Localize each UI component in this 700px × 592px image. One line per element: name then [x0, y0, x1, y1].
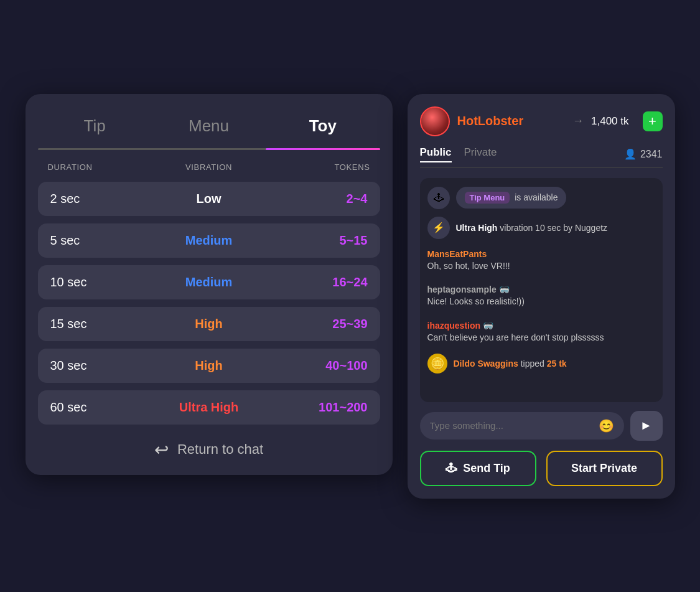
toy-row-5[interactable]: 30 sec High 40~100: [38, 349, 380, 383]
row-5-tokens: 40~100: [262, 359, 368, 373]
toy-row-1[interactable]: 2 sec Low 2~4: [38, 182, 380, 216]
messages-area: 🕹 Tip Menu is available ⚡ Ultra High vib…: [420, 178, 663, 402]
row-4-duration: 15 sec: [50, 317, 156, 331]
vibration-label: vibration: [500, 223, 535, 233]
chat-message-1: MansEatPants Oh, so hot, love VR!!!: [427, 247, 655, 275]
col-tokens-header: TOKENS: [263, 162, 370, 172]
tab-bar: Tip Menu Toy: [38, 109, 380, 143]
row-6-tokens: 101~200: [262, 400, 368, 415]
toy-row-2[interactable]: 5 sec Medium 5~15: [38, 223, 380, 258]
vibration-level: Ultra High: [456, 223, 498, 233]
row-1-duration: 2 sec: [50, 192, 156, 206]
chat-message-2: heptagonsample 🥽 Nice! Looks so realisti…: [427, 282, 655, 311]
row-6-duration: 60 sec: [50, 400, 156, 415]
tip-menu-badge: Tip Menu: [465, 192, 510, 204]
row-3-duration: 10 sec: [50, 275, 156, 289]
exit-icon[interactable]: →: [572, 115, 584, 128]
input-area: 😊 ►: [420, 411, 663, 441]
toy-row-6[interactable]: 60 sec Ultra High 101~200: [38, 390, 380, 425]
tab-public[interactable]: Public: [420, 146, 452, 162]
tip-message: 🪙 Dildo Swaggins tipped 25 tk: [427, 354, 655, 374]
chat-text-3: Can't believe you are here don't stop pl…: [427, 332, 655, 344]
chat-header: HotLobster → 1,400 tk +: [420, 106, 663, 136]
row-5-vibration: High: [156, 359, 262, 373]
vibration-message: ⚡ Ultra High vibration 10 sec by Nuggetz: [427, 217, 655, 239]
tip-menu-icon: 🕹: [427, 187, 450, 209]
send-tip-icon: 🕹: [446, 462, 457, 475]
tab-tip[interactable]: Tip: [38, 109, 152, 143]
start-private-label: Start Private: [571, 462, 637, 474]
send-tip-button[interactable]: 🕹 Send Tip: [420, 451, 536, 486]
chat-input[interactable]: [430, 420, 592, 431]
tip-menu-message: 🕹 Tip Menu is available: [427, 187, 655, 209]
row-6-vibration: Ultra High: [156, 400, 262, 415]
chat-tab-bar: Public Private 👤 2341: [420, 146, 663, 168]
row-4-vibration: High: [156, 317, 262, 331]
vibration-icon: ⚡: [427, 217, 450, 239]
chat-text-2: Nice! Looks so realistic!)): [427, 296, 655, 308]
send-message-button[interactable]: ►: [630, 411, 663, 441]
viewer-icon: 👤: [624, 148, 637, 160]
toy-row-3[interactable]: 10 sec Medium 16~24: [38, 265, 380, 299]
chat-username-1: MansEatPants: [427, 249, 655, 259]
chat-message-3: ihazquestion 🥽 Can't believe you are her…: [427, 318, 655, 347]
vibration-duration: 10 sec: [535, 223, 561, 233]
streamer-username: HotLobster: [457, 114, 563, 128]
toy-row-4[interactable]: 15 sec High 25~39: [38, 307, 380, 341]
token-count: 1,400 tk: [591, 115, 629, 128]
add-tokens-button[interactable]: +: [643, 111, 663, 131]
emoji-button[interactable]: 😊: [599, 418, 614, 433]
chat-username-2: heptagonsample 🥽: [427, 284, 655, 294]
right-panel: HotLobster → 1,400 tk + Public Private 👤…: [408, 94, 675, 499]
tab-private[interactable]: Private: [464, 146, 497, 162]
send-tip-label: Send Tip: [463, 462, 510, 475]
left-panel: Tip Menu Toy DURATION VIBRATION TOKENS 2…: [26, 94, 393, 475]
return-to-chat-button[interactable]: ↩ Return to chat: [38, 439, 380, 460]
return-icon: ↩: [154, 439, 169, 460]
col-duration-header: DURATION: [48, 162, 156, 172]
vibration-text: Ultra High vibration 10 sec by Nuggetz: [456, 223, 608, 233]
row-1-tokens: 2~4: [262, 192, 368, 206]
viewer-number: 2341: [640, 149, 663, 160]
column-headers: DURATION VIBRATION TOKENS: [38, 162, 380, 172]
viewer-count: 👤 2341: [624, 148, 663, 160]
coin-icon: 🪙: [427, 354, 447, 374]
tab-menu[interactable]: Menu: [152, 109, 266, 143]
tip-amount: 25 tk: [547, 359, 567, 369]
row-4-tokens: 25~39: [262, 317, 368, 331]
chat-text-1: Oh, so hot, love VR!!!: [427, 260, 655, 273]
row-2-vibration: Medium: [156, 233, 262, 248]
chat-input-wrapper: 😊: [420, 412, 624, 439]
tab-underline: [38, 148, 380, 150]
chat-username-3: ihazquestion 🥽: [427, 321, 655, 331]
vibration-by: by Nuggetz: [563, 223, 607, 233]
row-3-vibration: Medium: [156, 275, 262, 289]
col-vibration-header: VIBRATION: [155, 162, 263, 172]
tab-toy[interactable]: Toy: [266, 109, 380, 143]
tip-menu-text: is available: [515, 192, 558, 202]
row-2-duration: 5 sec: [50, 233, 156, 248]
row-1-vibration: Low: [156, 192, 262, 206]
tip-menu-bubble: Tip Menu is available: [456, 187, 567, 209]
bottom-buttons: 🕹 Send Tip Start Private: [420, 451, 663, 486]
return-label: Return to chat: [177, 441, 263, 458]
tip-verb: tipped: [521, 359, 547, 369]
tip-text: Dildo Swaggins tipped 25 tk: [454, 359, 567, 369]
start-private-button[interactable]: Start Private: [546, 451, 663, 486]
row-2-tokens: 5~15: [262, 233, 368, 248]
row-5-duration: 30 sec: [50, 359, 156, 373]
avatar: [420, 106, 450, 136]
row-3-tokens: 16~24: [262, 275, 368, 289]
tip-sender: Dildo Swaggins: [454, 359, 518, 369]
